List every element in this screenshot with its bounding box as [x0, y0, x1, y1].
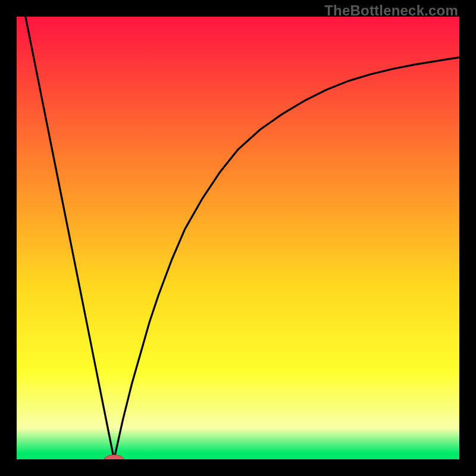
gradient-background: [17, 17, 459, 459]
bottleneck-chart: [17, 17, 459, 459]
chart-frame: [17, 17, 459, 459]
